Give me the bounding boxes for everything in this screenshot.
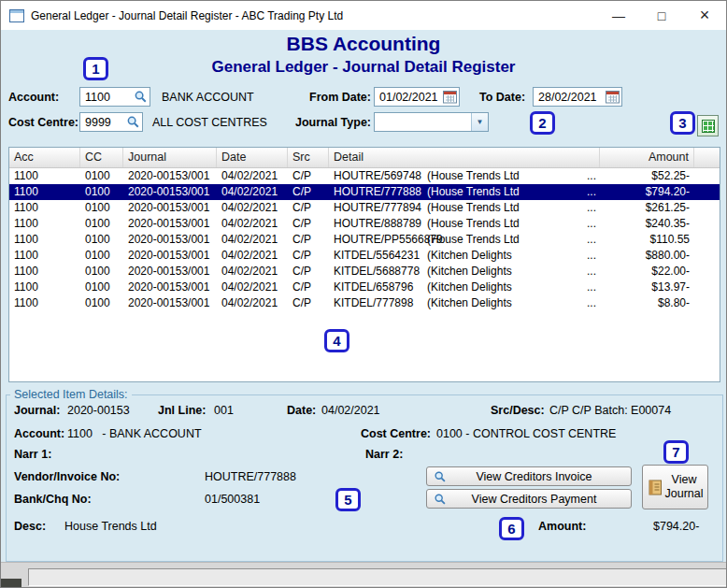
app-title: BBS Accounting: [1, 33, 726, 55]
account-input[interactable]: 1100: [79, 87, 150, 107]
amount-label: Amount:: [538, 520, 586, 533]
cell-detail-ref: HOUTRE/777894: [334, 200, 427, 216]
maximize-button[interactable]: □: [640, 1, 683, 30]
cell-detail-ref: KITDEL/5688778: [334, 264, 427, 280]
table-row[interactable]: 1100 0100 2020-00153/001 04/02/2021 C/P …: [9, 200, 720, 216]
cell-filler: [694, 280, 720, 295]
view-creditors-invoice-button[interactable]: View Creditors Invoice: [426, 466, 632, 486]
to-date-input[interactable]: 28/02/2021: [533, 87, 622, 107]
table-row[interactable]: 1100 0100 2020-00153/001 04/02/2021 C/P …: [9, 295, 720, 311]
cell-journal: 2020-00153/001: [123, 200, 217, 216]
cell-src: C/P: [288, 248, 329, 264]
table-row[interactable]: 1100 0100 2020-00153/001 04/02/2021 C/P …: [9, 168, 720, 184]
to-date-calendar-icon[interactable]: [604, 88, 621, 106]
journal-type-select[interactable]: ▼: [374, 112, 489, 132]
cell-amount: $13.97-: [600, 280, 694, 295]
cell-date: 04/02/2021: [217, 216, 288, 232]
cell-ellipsis: ...: [587, 216, 600, 232]
search-icon: [434, 493, 447, 506]
view-creditors-payment-label: View Creditors Payment: [447, 493, 631, 506]
table-row[interactable]: 1100 0100 2020-00153/001 04/02/2021 C/P …: [9, 216, 720, 232]
cell-amount: $240.35-: [600, 216, 694, 232]
cell-cc: 0100: [80, 264, 123, 280]
cell-amount: $110.55: [600, 232, 694, 248]
journal-value: 2020-00153: [67, 404, 130, 417]
column-header-detail[interactable]: Detail: [329, 148, 600, 167]
src-desc-label: Src/Desc:: [491, 404, 545, 417]
cell-src: C/P: [288, 264, 329, 280]
cell-acc: 1100: [9, 216, 80, 232]
cell-journal: 2020-00153/001: [123, 184, 217, 200]
account-search-icon[interactable]: [132, 88, 150, 106]
column-header-date[interactable]: Date: [217, 148, 288, 167]
cell-acc: 1100: [9, 264, 80, 280]
column-header-journal[interactable]: Journal: [123, 148, 217, 167]
column-header-acc[interactable]: Acc: [9, 148, 80, 167]
column-header-cc[interactable]: CC: [80, 148, 123, 167]
cell-filler: [694, 295, 720, 311]
jnl-line-value: 001: [214, 404, 234, 417]
view-creditors-payment-button[interactable]: View Creditors Payment: [426, 489, 632, 509]
cost-centre-search-icon[interactable]: [124, 113, 142, 131]
cell-detail-ref: HOUTRE/777888: [334, 184, 427, 200]
cell-cc: 0100: [80, 280, 123, 295]
cell-detail-ref: KITDEL/777898: [334, 295, 427, 311]
cell-detail-ref: HOUTRE/PP5566879: [334, 232, 427, 248]
table-row[interactable]: 1100 0100 2020-00153/001 04/02/2021 C/P …: [9, 248, 720, 264]
cell-detail-ref: KITDEL/658796: [334, 280, 427, 295]
cell-date: 04/02/2021: [217, 184, 288, 200]
cell-detail: HOUTRE/888789(House Trends Ltd...: [329, 216, 600, 232]
export-excel-button[interactable]: [697, 115, 719, 136]
cost-centre-input[interactable]: 9999: [79, 112, 143, 132]
narr2-label: Narr 2:: [365, 448, 403, 461]
from-date-label: From Date:: [309, 91, 371, 104]
cell-acc: 1100: [9, 280, 80, 295]
from-date-input[interactable]: 01/02/2021: [374, 87, 460, 107]
detail-account-label: Account:: [14, 427, 64, 440]
minimize-button[interactable]: —: [597, 1, 640, 30]
cell-acc: 1100: [9, 184, 80, 200]
date-label: Date:: [287, 404, 316, 417]
cell-detail: HOUTRE/777894(House Trends Ltd...: [329, 200, 600, 216]
src-desc-value: C/P C/P Batch: E00074: [549, 404, 671, 417]
table-row[interactable]: 1100 0100 2020-00153/001 04/02/2021 C/P …: [9, 264, 720, 280]
cell-date: 04/02/2021: [217, 232, 288, 248]
to-date-label: To Date:: [479, 91, 525, 104]
vendor-invoice-label: Vendor/Invoice No:: [14, 470, 120, 483]
cell-detail-name: (Kitchen Delights: [427, 295, 587, 311]
cell-detail-name: (Kitchen Delights: [427, 280, 587, 295]
excel-icon: [702, 120, 715, 133]
column-header-src[interactable]: Src: [288, 148, 329, 167]
cell-date: 04/02/2021: [217, 295, 288, 311]
cell-cc: 0100: [80, 168, 123, 184]
window-icon: [9, 9, 24, 22]
cell-detail-ref: HOUTRE/569748: [334, 168, 427, 184]
window-title: General Ledger - Journal Detail Register…: [31, 9, 343, 22]
detail-account-value: 1100 - BANK ACCOUNT: [67, 427, 202, 440]
from-date-calendar-icon[interactable]: [441, 88, 459, 106]
cell-filler: [694, 248, 720, 264]
cell-journal: 2020-00153/001: [123, 168, 217, 184]
cell-ellipsis: ...: [587, 200, 600, 216]
callout-2: 2: [530, 111, 555, 135]
table-row-selected[interactable]: 1100 0100 2020-00153/001 04/02/2021 C/P …: [9, 184, 720, 200]
cell-ellipsis: ...: [587, 232, 600, 248]
cell-filler: [694, 200, 720, 216]
close-button[interactable]: ×: [683, 1, 726, 30]
cell-detail-name: (House Trends Ltd: [427, 200, 587, 216]
cell-filler: [694, 232, 720, 248]
cell-ellipsis: ...: [587, 280, 600, 295]
cell-date: 04/02/2021: [217, 168, 288, 184]
cell-cc: 0100: [80, 200, 123, 216]
table-row[interactable]: 1100 0100 2020-00153/001 04/02/2021 C/P …: [9, 280, 720, 295]
cell-acc: 1100: [9, 248, 80, 264]
detail-cost-centre-value: 0100 - CONTROL COST CENTRE: [436, 427, 616, 440]
cell-acc: 1100: [9, 168, 80, 184]
cell-journal: 2020-00153/001: [123, 264, 217, 280]
view-journal-button[interactable]: View Journal: [642, 465, 708, 509]
cell-acc: 1100: [9, 200, 80, 216]
narr1-label: Narr 1:: [14, 448, 51, 461]
view-creditors-invoice-label: View Creditors Invoice: [447, 470, 631, 483]
column-header-amount[interactable]: Amount: [600, 148, 694, 167]
table-row[interactable]: 1100 0100 2020-00153/001 04/02/2021 C/P …: [9, 232, 720, 248]
